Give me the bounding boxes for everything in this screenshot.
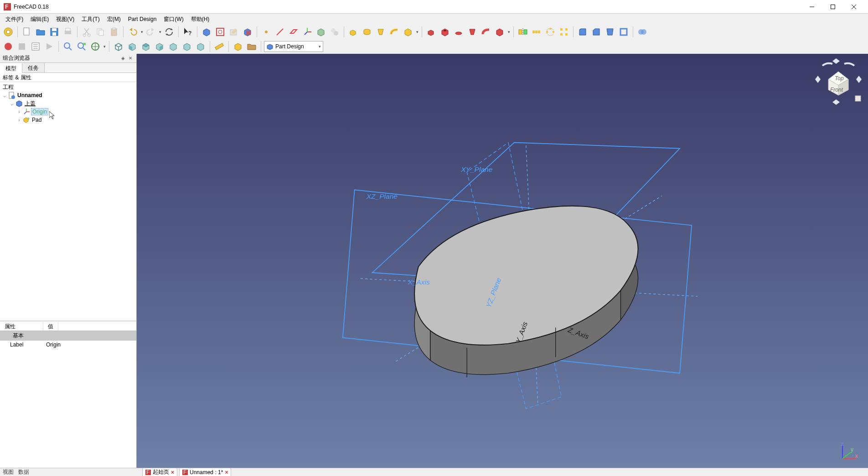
pd-hole-button[interactable] [439, 26, 451, 38]
navcube-rotate-cw[interactable] [844, 63, 854, 66]
navcube-rotate-ccw[interactable] [822, 63, 832, 66]
window-minimize-button[interactable] [801, 0, 822, 14]
pd-revolution-button[interactable] [361, 26, 373, 38]
window-maximize-button[interactable] [822, 0, 843, 14]
props-label-value[interactable]: Origin [43, 341, 136, 350]
pd-chamfer-button[interactable] [590, 26, 603, 38]
tab-tasks[interactable]: 任务 [22, 63, 45, 72]
tree-caret[interactable]: ⌵ [9, 101, 15, 106]
tab-model[interactable]: 模型 [0, 63, 22, 73]
refresh-button[interactable] [163, 26, 176, 38]
view-top-button[interactable] [140, 40, 152, 53]
pd-loft-button[interactable] [374, 26, 387, 38]
menu-view[interactable]: 视图(V) [52, 14, 78, 25]
save-button[interactable] [48, 26, 61, 38]
macro-list-button[interactable] [29, 40, 42, 53]
props-group-basic[interactable]: 基本 [0, 331, 136, 341]
pd-body-button[interactable] [200, 26, 213, 38]
print-button[interactable] [62, 26, 74, 38]
window-close-button[interactable] [843, 0, 864, 14]
doc-tab-start[interactable]: F 起始页 × [142, 468, 177, 476]
pd-datum-cs-button[interactable] [301, 26, 314, 38]
navigation-cube[interactable]: Top Front [813, 57, 863, 107]
status-tab-data[interactable]: 数据 [18, 468, 29, 476]
props-row-label[interactable]: Label Origin [0, 341, 136, 350]
pd-pocket-button[interactable] [425, 26, 438, 38]
draw-style-dropdown[interactable]: ▾ [103, 44, 106, 49]
navcube-menu-button[interactable] [855, 96, 861, 101]
view-right-button[interactable] [153, 40, 166, 53]
status-tab-view[interactable]: 视图 [3, 468, 14, 476]
model-tree[interactable]: 工程 ⌵ Unnamed ⌵ 上盖 › Origin › Pad [0, 82, 136, 320]
measure-button[interactable] [213, 40, 226, 53]
navcube-arrow-right[interactable] [856, 76, 862, 83]
menu-tools[interactable]: 工具(T) [78, 14, 103, 25]
part-button[interactable] [232, 40, 244, 53]
menu-partdesign[interactable]: Part Design [124, 15, 160, 24]
pd-groove-button[interactable] [452, 26, 465, 38]
macro-stop-button[interactable] [16, 40, 28, 53]
draw-style-button[interactable] [89, 40, 102, 53]
doc-tab-unnamed[interactable]: F Unnamed : 1* × [179, 468, 231, 476]
undo-dropdown[interactable]: ▾ [140, 30, 144, 34]
panel-float-button[interactable]: ◈ [120, 55, 126, 62]
open-file-button[interactable] [34, 26, 47, 38]
menu-edit[interactable]: 编辑(E) [27, 14, 52, 25]
view-fit-button[interactable] [62, 40, 74, 53]
pd-thickness-button[interactable] [617, 26, 630, 38]
view-isometric-button[interactable] [112, 40, 125, 53]
paste-button[interactable] [108, 26, 120, 38]
doc-tab-close-icon[interactable]: × [171, 469, 174, 476]
navcube-arrow-down[interactable] [832, 99, 840, 105]
pd-clone-button[interactable] [328, 26, 341, 38]
pd-datum-line-button[interactable] [274, 26, 286, 38]
pd-mirrored-button[interactable] [517, 26, 529, 38]
tree-caret[interactable]: › [16, 109, 22, 114]
tree-origin[interactable]: › Origin [16, 108, 134, 116]
pd-linear-pattern-button[interactable] [530, 26, 543, 38]
pd-boolean-button[interactable] [636, 26, 649, 38]
tree-caret[interactable]: ⌵ [2, 93, 7, 98]
pd-pipe-button[interactable] [388, 26, 401, 38]
pd-multitransform-button[interactable] [558, 26, 570, 38]
pd-map-sketch-button[interactable] [241, 26, 254, 38]
copy-button[interactable] [94, 26, 107, 38]
redo-button[interactable] [145, 26, 157, 38]
view-left-button[interactable] [194, 40, 207, 53]
redo-dropdown[interactable]: ▾ [158, 30, 162, 34]
pd-fillet-button[interactable] [576, 26, 589, 38]
undo-button[interactable] [126, 26, 139, 38]
pd-sketch-button[interactable] [214, 26, 227, 38]
group-button[interactable] [245, 40, 258, 53]
pd-additive-primitive-dropdown[interactable]: ▾ [415, 30, 419, 34]
pd-subtractive-primitive-button[interactable] [493, 26, 506, 38]
cut-button[interactable] [80, 26, 93, 38]
new-file-button[interactable] [21, 26, 33, 38]
tree-caret[interactable]: › [16, 118, 22, 123]
pd-draft-button[interactable] [604, 26, 616, 38]
doc-tab-close-icon[interactable]: × [225, 469, 228, 476]
pd-edit-sketch-button[interactable] [227, 26, 240, 38]
tree-body[interactable]: ⌵ 上盖 [9, 99, 134, 108]
workbench-icon[interactable] [2, 26, 15, 38]
pd-subtractive-primitive-dropdown[interactable]: ▾ [507, 30, 511, 34]
pd-polar-pattern-button[interactable] [544, 26, 557, 38]
menu-window[interactable]: 窗口(W) [160, 14, 187, 25]
navcube-arrow-left[interactable] [815, 76, 821, 83]
pd-shapebinder-button[interactable] [315, 26, 327, 38]
pd-additive-primitive-button[interactable] [402, 26, 414, 38]
pd-sub-pipe-button[interactable] [480, 26, 492, 38]
view-rear-button[interactable] [167, 40, 180, 53]
menu-help[interactable]: 帮助(H) [187, 14, 213, 25]
tree-pad[interactable]: › Pad [16, 116, 134, 124]
whatsthis-button[interactable]: ? [181, 26, 194, 38]
view-front-button[interactable] [126, 40, 139, 53]
3d-viewport[interactable]: XY_Plane XZ_Plane X_Axis YZ_Plane Y_Axis… [137, 54, 868, 468]
menu-macro[interactable]: 宏(M) [103, 14, 124, 25]
pd-sub-loft-button[interactable] [466, 26, 479, 38]
menu-file[interactable]: 文件(F) [2, 14, 27, 25]
macro-execute-button[interactable] [43, 40, 56, 53]
macro-record-button[interactable] [2, 40, 15, 53]
tree-root[interactable]: ⌵ Unnamed [2, 91, 134, 99]
workbench-selector[interactable]: Part Design ▾ [264, 41, 323, 52]
